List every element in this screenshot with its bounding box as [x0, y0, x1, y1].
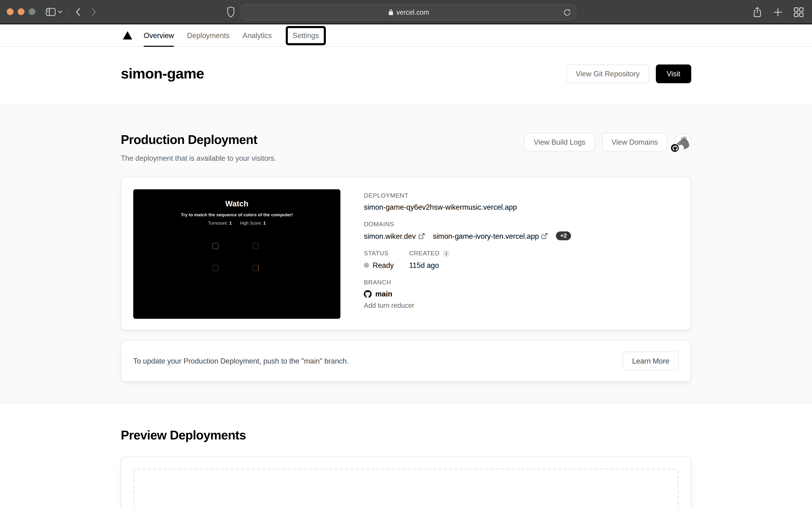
zoom-window-button[interactable]	[29, 8, 36, 15]
branch-value[interactable]: main	[375, 290, 392, 298]
chevron-down-icon[interactable]	[58, 10, 63, 13]
browser-toolbar: vercel.com	[0, 0, 812, 24]
game-pad	[253, 265, 259, 271]
more-domains-badge[interactable]: +2	[556, 231, 571, 240]
tab-overview[interactable]: Overview	[144, 24, 174, 46]
game-pad	[212, 265, 219, 271]
production-deployment-section: Production Deployment The deployment tha…	[0, 106, 812, 404]
section-subheading: The deployment that is available to your…	[121, 154, 276, 162]
page-title: simon-game	[121, 66, 204, 82]
address-bar[interactable]: vercel.com	[241, 4, 576, 20]
update-note-card: To update your Production Deployment, pu…	[121, 340, 691, 382]
game-subtitle: Try to match the sequence of colors of t…	[181, 212, 293, 217]
share-icon[interactable]	[752, 7, 762, 18]
sidebar-toggle-icon[interactable]	[46, 8, 56, 16]
site-nav: Overview Deployments Analytics Settings	[0, 24, 812, 47]
url-text: vercel.com	[396, 8, 429, 16]
toolbar-divider	[68, 6, 68, 17]
commit-message[interactable]: Add turn reducer	[364, 302, 571, 309]
domain-link[interactable]: simon-game-ivory-ten.vercel.app	[433, 232, 548, 240]
screen: vercel.com	[0, 0, 812, 508]
deployment-preview-image[interactable]: Watch Try to match the sequence of color…	[133, 189, 341, 319]
privacy-shield-icon[interactable]	[227, 6, 235, 17]
section-heading: Production Deployment	[121, 133, 276, 147]
info-icon[interactable]	[443, 250, 450, 257]
forward-icon[interactable]	[91, 8, 96, 16]
view-build-logs-button[interactable]: View Build Logs	[524, 133, 595, 151]
window-controls	[7, 8, 36, 15]
preview-deployments-card	[121, 457, 691, 508]
update-note-text: To update your Production Deployment, pu…	[133, 357, 349, 365]
new-tab-icon[interactable]	[773, 8, 782, 16]
deployment-url[interactable]: simon-game-qy6ev2hsw-wikermusic.vercel.a…	[364, 203, 571, 211]
game-pads	[133, 226, 341, 319]
status-label: STATUS	[364, 250, 409, 257]
github-badge-icon	[671, 144, 679, 152]
learn-more-button[interactable]: Learn More	[623, 351, 679, 370]
domains-label: DOMAINS	[364, 220, 571, 228]
tab-settings[interactable]: Settings	[293, 28, 319, 43]
game-pad	[253, 243, 259, 249]
minimize-window-button[interactable]	[18, 8, 25, 15]
created-label: CREATED	[409, 250, 439, 257]
external-link-icon	[542, 233, 548, 239]
deployment-label: DEPLOYMENT	[364, 192, 571, 199]
github-icon	[364, 290, 372, 298]
tab-deployments[interactable]: Deployments	[187, 24, 230, 46]
preview-deployments-section: Preview Deployments	[0, 404, 812, 508]
reload-icon[interactable]	[563, 8, 571, 16]
visit-button[interactable]: Visit	[656, 65, 691, 83]
vercel-logo-icon[interactable]	[123, 31, 132, 39]
empty-preview-placeholder	[133, 469, 679, 508]
status-value: Ready	[373, 261, 394, 269]
created-value: 115d ago	[409, 261, 450, 269]
external-link-icon	[418, 233, 424, 239]
lock-icon	[388, 9, 393, 15]
tab-overview-icon[interactable]	[794, 7, 804, 17]
view-domains-button[interactable]: View Domains	[602, 133, 667, 151]
tab-analytics[interactable]: Analytics	[242, 24, 272, 46]
game-title: Watch	[225, 199, 248, 208]
preview-deployments-heading: Preview Deployments	[121, 428, 691, 443]
domain-link[interactable]: simon.wiker.dev	[364, 232, 425, 240]
game-scores: Turncount:1 High Score:1	[208, 221, 266, 226]
project-header: simon-game View Git Repository Visit	[0, 47, 812, 106]
game-pad	[212, 243, 219, 249]
branch-label: BRANCH	[364, 279, 571, 286]
close-window-button[interactable]	[7, 8, 14, 15]
deployment-card: Watch Try to match the sequence of color…	[121, 177, 691, 330]
view-git-repository-button[interactable]: View Git Repository	[567, 65, 649, 83]
back-icon[interactable]	[75, 8, 81, 16]
settings-annotation-box: Settings	[286, 26, 326, 45]
status-dot-icon	[364, 263, 369, 268]
github-avatar[interactable]	[674, 133, 691, 150]
